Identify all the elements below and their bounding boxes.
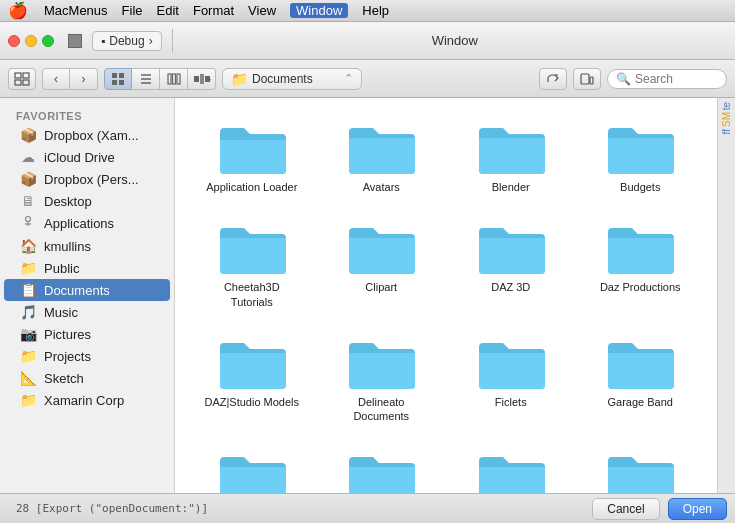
menu-file[interactable]: File <box>122 3 143 18</box>
folder-garage-band[interactable]: Garage Band <box>576 325 706 432</box>
applications-icon <box>20 215 36 232</box>
folder-label: DAZ 3D <box>491 280 530 294</box>
sidebar-item-label: Public <box>44 261 79 276</box>
home-icon: 🏠 <box>20 238 36 254</box>
sidebar-item-label: Applications <box>44 216 114 231</box>
sidebar-item-documents[interactable]: 📋 Documents <box>4 279 170 301</box>
right-accent-text-2[interactable]: ff <box>721 129 732 134</box>
sidebar-item-label: Projects <box>44 349 91 364</box>
file-grid: Application Loader Avatars <box>175 98 717 493</box>
sidebar-item-music[interactable]: 🎵 Music <box>4 301 170 323</box>
right-accent-text-3[interactable]: SM <box>721 112 732 127</box>
folder-extra-1[interactable] <box>187 439 317 493</box>
folder-daz-3d[interactable]: DAZ 3D <box>446 210 576 317</box>
search-input[interactable] <box>635 72 715 86</box>
sidebar-item-dropbox-pers[interactable]: 📦 Dropbox (Pers... <box>4 168 170 190</box>
path-selector[interactable]: 📁 Documents ⌃ <box>222 68 362 90</box>
sidebar-item-desktop[interactable]: 🖥 Desktop <box>4 190 170 212</box>
svg-rect-4 <box>112 73 117 78</box>
scheme-label: Debug <box>109 34 144 48</box>
folder-blender[interactable]: Blender <box>446 110 576 202</box>
window-title: Window <box>183 33 727 48</box>
folder-icon <box>345 218 417 276</box>
maximize-button[interactable] <box>42 35 54 47</box>
folder-avatars[interactable]: Avatars <box>317 110 447 202</box>
folder-icon <box>216 218 288 276</box>
menu-view[interactable]: View <box>248 3 276 18</box>
sidebar-item-label: iCloud Drive <box>44 150 115 165</box>
forward-button[interactable]: › <box>70 68 98 90</box>
folder-label: Garage Band <box>608 395 673 409</box>
folder-ficlets[interactable]: Ficlets <box>446 325 576 432</box>
toolbar-separator <box>172 29 173 53</box>
search-box[interactable]: 🔍 <box>607 69 727 89</box>
column-view-btn[interactable] <box>160 68 188 90</box>
menu-help[interactable]: Help <box>362 3 389 18</box>
path-chevron-icon: ⌃ <box>344 72 353 85</box>
cover-flow-btn[interactable] <box>188 68 216 90</box>
sketch-icon: 📐 <box>20 370 36 386</box>
titlebar: 🍎 MacMenus File Edit Format View Window … <box>0 0 735 22</box>
sidebar-favorites-label: Favorites <box>0 106 174 124</box>
minimize-button[interactable] <box>25 35 37 47</box>
stop-button[interactable] <box>68 34 82 48</box>
pictures-icon: 📷 <box>20 326 36 342</box>
grid-row-4 <box>187 439 705 493</box>
sidebar-item-icloud[interactable]: ☁ iCloud Drive <box>4 146 170 168</box>
icloud-icon: ☁ <box>20 149 36 165</box>
right-accent-strip: te SM ff <box>717 98 735 493</box>
menu-format[interactable]: Format <box>193 3 234 18</box>
menu-macmenus[interactable]: MacMenus <box>44 3 108 18</box>
svg-rect-15 <box>200 74 204 84</box>
code-line: 28 [Export ("openDocument:")] <box>8 502 584 515</box>
open-button[interactable]: Open <box>668 498 727 520</box>
folder-clipart[interactable]: Clipart <box>317 210 447 317</box>
folder-icon: 📁 <box>231 71 248 87</box>
folder-icon <box>475 218 547 276</box>
sidebar-item-kmullins[interactable]: 🏠 kmullins <box>4 235 170 257</box>
folder-label: Blender <box>492 180 530 194</box>
main-content: Favorites 📦 Dropbox (Xam... ☁ iCloud Dri… <box>0 98 735 493</box>
folder-delineato[interactable]: DelineatoDocuments <box>317 325 447 432</box>
close-button[interactable] <box>8 35 20 47</box>
folder-daz-studio[interactable]: DAZ|Studio Models <box>187 325 317 432</box>
cancel-button[interactable]: Cancel <box>592 498 659 520</box>
list-view-btn[interactable] <box>132 68 160 90</box>
folder-icon <box>604 447 676 493</box>
sidebar-item-projects[interactable]: 📁 Projects <box>4 345 170 367</box>
folder-icon <box>475 118 547 176</box>
debug-scheme[interactable]: ▪ Debug › <box>92 31 162 51</box>
folder-label: DAZ|Studio Models <box>204 395 299 409</box>
sidebar-item-public[interactable]: 📁 Public <box>4 257 170 279</box>
folder-extra-4[interactable] <box>576 439 706 493</box>
sidebar-item-sketch[interactable]: 📐 Sketch <box>4 367 170 389</box>
share-button[interactable] <box>539 68 567 90</box>
folder-cheetah3d[interactable]: Cheetah3DTutorials <box>187 210 317 317</box>
icon-view-btn[interactable] <box>104 68 132 90</box>
menu-edit[interactable]: Edit <box>157 3 179 18</box>
folder-extra-2[interactable] <box>317 439 447 493</box>
music-icon: 🎵 <box>20 304 36 320</box>
folder-icon <box>216 447 288 493</box>
back-button[interactable]: ‹ <box>42 68 70 90</box>
sidebar-item-applications[interactable]: Applications <box>4 212 170 235</box>
right-accent-text-1[interactable]: te <box>721 102 732 110</box>
folder-extra-3[interactable] <box>446 439 576 493</box>
sidebar-item-dropbox-xam[interactable]: 📦 Dropbox (Xam... <box>4 124 170 146</box>
apple-menu-icon[interactable]: 🍎 <box>8 1 28 20</box>
projects-icon: 📁 <box>20 348 36 364</box>
folder-budgets[interactable]: Budgets <box>576 110 706 202</box>
folder-label: Cheetah3DTutorials <box>224 280 280 309</box>
folder-daz-productions[interactable]: Daz Productions <box>576 210 706 317</box>
sidebar-item-pictures[interactable]: 📷 Pictures <box>4 323 170 345</box>
menu-window[interactable]: Window <box>290 3 348 18</box>
dropbox2-icon: 📦 <box>20 171 36 187</box>
svg-rect-2 <box>15 80 21 85</box>
folder-icon <box>604 118 676 176</box>
preview-button[interactable] <box>573 68 601 90</box>
icon-view-button[interactable] <box>8 68 36 90</box>
folder-application-loader[interactable]: Application Loader <box>187 110 317 202</box>
sidebar-item-label: Documents <box>44 283 110 298</box>
sidebar-item-xamarin[interactable]: 📁 Xamarin Corp <box>4 389 170 411</box>
svg-rect-5 <box>119 73 124 78</box>
